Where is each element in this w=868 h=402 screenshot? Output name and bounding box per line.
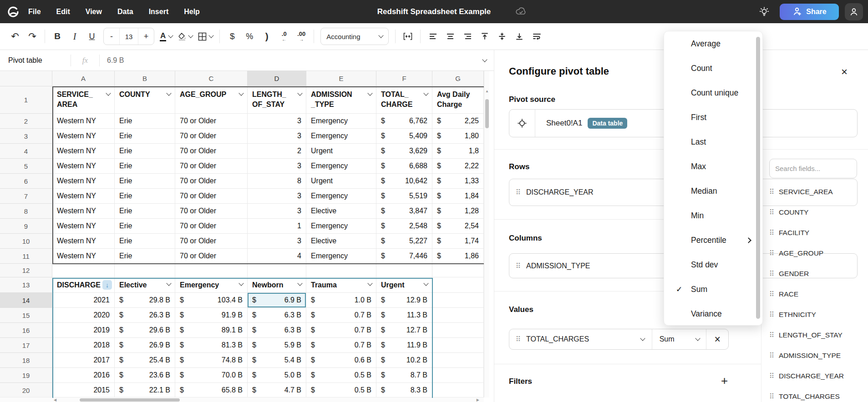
cell-G17[interactable] <box>432 338 484 353</box>
cell-C17[interactable]: $81.3 B <box>175 338 248 353</box>
cell-D14[interactable]: $6.9 B <box>248 293 306 308</box>
cell-A15[interactable]: 2020 <box>52 308 115 323</box>
col-header-D[interactable]: D <box>248 71 306 86</box>
cell-E10[interactable]: Elective <box>306 234 376 249</box>
col-header-F[interactable]: F <box>376 71 432 86</box>
agg-option-last[interactable]: Last <box>664 130 762 154</box>
redo-button[interactable]: ↷ <box>24 28 41 45</box>
field-item-discharge_year[interactable]: ⠿DISCHARGE_YEAR <box>769 371 844 382</box>
field-item-length_of_stay[interactable]: ⠿LENGTH_OF_STAY <box>769 330 843 341</box>
agg-option-std-dev[interactable]: Std dev <box>664 252 762 277</box>
cell-A5[interactable]: Western NY <box>52 159 115 174</box>
cell-D2[interactable]: 3 <box>248 114 306 129</box>
align-right-button[interactable] <box>459 28 476 45</box>
agg-option-median[interactable]: Median <box>664 179 762 203</box>
cell-G2[interactable]: $2,25 <box>432 114 484 129</box>
cell-A13[interactable]: DISCHARGE↓ <box>52 277 115 293</box>
menu-file[interactable]: File <box>28 8 41 16</box>
row-header-11[interactable]: 11 <box>0 249 52 264</box>
cell-G12[interactable] <box>432 264 484 277</box>
currency-format-button[interactable]: $ <box>223 28 241 45</box>
cell-C10[interactable]: 70 or Older <box>175 234 248 249</box>
cell-B8[interactable]: Erie <box>115 204 175 219</box>
field-item-service_area[interactable]: ⠿SERVICE_AREA <box>769 186 833 197</box>
cell-G1[interactable]: Avg DailyCharge <box>432 86 484 114</box>
menu-edit[interactable]: Edit <box>56 8 70 16</box>
cell-C6[interactable]: 70 or Older <box>175 174 248 189</box>
cell-D5[interactable]: 3 <box>248 159 306 174</box>
row-header-13[interactable]: 13 <box>0 277 52 293</box>
cell-E3[interactable]: Emergency <box>306 129 376 144</box>
cell-F7[interactable]: $5,519 <box>376 189 432 204</box>
valign-top-button[interactable] <box>476 28 493 45</box>
agg-option-percentile[interactable]: Percentile <box>664 228 762 252</box>
cell-B13[interactable]: Elective <box>115 277 175 293</box>
cell-F1[interactable]: TOTAL_CHARGE <box>376 86 432 114</box>
row-header-7[interactable]: 7 <box>0 189 52 204</box>
cell-A14[interactable]: 2021 <box>52 293 115 308</box>
row-header-5[interactable]: 5 <box>0 159 52 174</box>
cell-D12[interactable] <box>248 264 306 277</box>
agg-option-min[interactable]: Min <box>664 203 762 228</box>
col-header-C[interactable]: C <box>175 71 248 86</box>
cell-A19[interactable]: 2016 <box>52 368 115 383</box>
drag-handle-icon[interactable]: ⠿ <box>516 262 521 270</box>
col-header-E[interactable]: E <box>306 71 376 86</box>
cell-F10[interactable]: $5,227 <box>376 234 432 249</box>
cell-G8[interactable]: $1,28 <box>432 204 484 219</box>
cell-A6[interactable]: Western NY <box>52 174 115 189</box>
search-fields-input[interactable] <box>775 165 851 172</box>
cell-E16[interactable]: $0.7 B <box>306 323 376 338</box>
cell-E2[interactable]: Emergency <box>306 114 376 129</box>
values-field-select[interactable]: ⠿ TOTAL_CHARGES <box>509 329 652 349</box>
cell-E4[interactable]: Urgent <box>306 144 376 159</box>
agg-option-count[interactable]: Count <box>664 56 762 80</box>
cell-E15[interactable]: $0.7 B <box>306 308 376 323</box>
formula-bar-expand-chevron[interactable] <box>482 57 487 62</box>
field-item-race[interactable]: ⠿RACE <box>769 289 798 300</box>
cell-B11[interactable]: Erie <box>115 249 175 264</box>
cell-G20[interactable] <box>432 383 484 398</box>
drag-handle-icon[interactable]: ⠿ <box>516 335 521 343</box>
cell-C18[interactable]: $74.8 B <box>175 353 248 368</box>
cell-D4[interactable]: 2 <box>248 144 306 159</box>
cell-D11[interactable]: 4 <box>248 249 306 264</box>
fit-columns-button[interactable] <box>399 28 416 45</box>
cell-E18[interactable]: $0.6 B <box>306 353 376 368</box>
cell-A10[interactable]: Western NY <box>52 234 115 249</box>
cell-F15[interactable]: $11.3 B <box>376 308 432 323</box>
cell-F2[interactable]: $6,762 <box>376 114 432 129</box>
cell-C15[interactable]: $91.9 B <box>175 308 248 323</box>
cell-F5[interactable]: $6,688 <box>376 159 432 174</box>
cell-E5[interactable]: Emergency <box>306 159 376 174</box>
menu-view[interactable]: View <box>86 8 102 16</box>
cell-B4[interactable]: Erie <box>115 144 175 159</box>
valign-bottom-button[interactable] <box>511 28 528 45</box>
cell-B17[interactable]: $26.9 B <box>115 338 175 353</box>
cell-C19[interactable]: $70.0 B <box>175 368 248 383</box>
agg-option-average[interactable]: Average <box>664 31 762 56</box>
cell-A3[interactable]: Western NY <box>52 129 115 144</box>
parentheses-format-button[interactable]: ) <box>258 28 275 45</box>
cell-B6[interactable]: Erie <box>115 174 175 189</box>
cell-F14[interactable]: $12.9 B <box>376 293 432 308</box>
col-header-A[interactable]: A <box>52 71 115 86</box>
cell-G10[interactable]: $1,74 <box>432 234 484 249</box>
cell-A17[interactable]: 2018 <box>52 338 115 353</box>
field-item-age_group[interactable]: ⠿AGE_GROUP <box>769 248 823 259</box>
field-item-total_charges[interactable]: ⠿TOTAL_CHARGES <box>769 391 840 402</box>
row-header-2[interactable]: 2 <box>0 114 52 129</box>
agg-option-first[interactable]: First <box>664 105 762 130</box>
cell-G13[interactable] <box>432 277 484 293</box>
row-header-1[interactable]: 1 <box>0 86 52 114</box>
cell-F12[interactable] <box>376 264 432 277</box>
cell-G11[interactable]: $1,86 <box>432 249 484 264</box>
cell-G15[interactable] <box>432 308 484 323</box>
cell-G4[interactable]: $1,8 <box>432 144 484 159</box>
cell-D17[interactable]: $5.9 B <box>248 338 306 353</box>
decrease-decimals-button[interactable]: .0← <box>275 28 293 45</box>
cell-C4[interactable]: 70 or Older <box>175 144 248 159</box>
cell-A4[interactable]: Western NY <box>52 144 115 159</box>
cell-D7[interactable]: 3 <box>248 189 306 204</box>
cell-B12[interactable] <box>115 264 175 277</box>
